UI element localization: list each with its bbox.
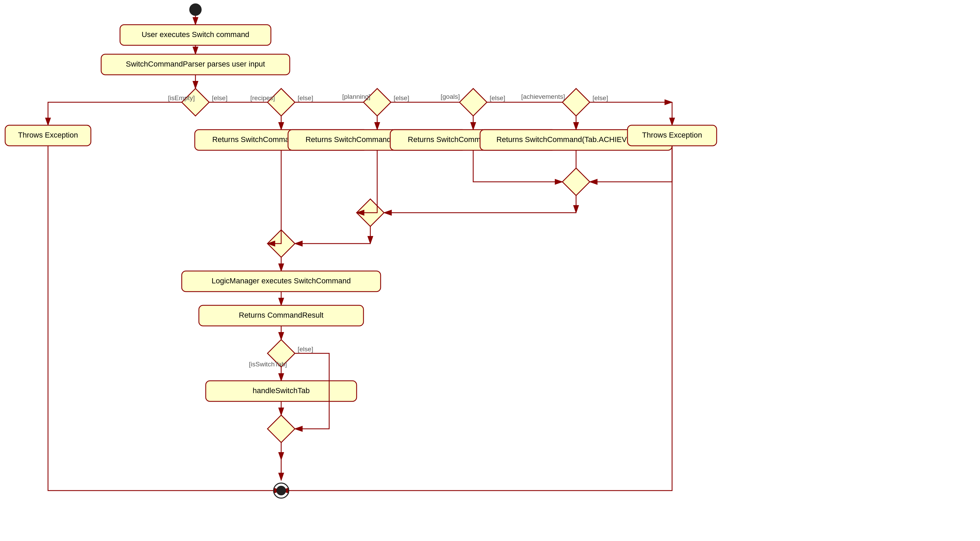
merge-end-diamond [267, 415, 295, 442]
diamond-planning [363, 88, 391, 116]
start-node [189, 3, 202, 16]
label-handle-switch: handleSwitchTab [253, 386, 310, 395]
label-recipes: [recipes] [250, 94, 275, 102]
label-logic-manager: LogicManager executes SwitchCommand [212, 276, 351, 285]
label-else4: [else] [490, 94, 505, 102]
arrow-d1-throws-left [48, 102, 182, 125]
label-isswitchtab: [isSwitchTab] [249, 361, 287, 368]
end-node-inner [276, 486, 286, 495]
arrow-goals-to-merge1 [473, 150, 562, 182]
merge1-diamond [562, 168, 590, 196]
diamond-goals [460, 88, 487, 116]
label-planning: [planning] [342, 93, 370, 100]
diamond-recipes [267, 88, 295, 116]
label-else1: [else] [212, 94, 228, 102]
label-else6: [else] [298, 345, 313, 353]
label-parser: SwitchCommandParser parses user input [126, 60, 265, 68]
label-isempty: [isEmpty] [168, 94, 195, 102]
label-achievements: [achievements] [521, 93, 565, 100]
label-else3: [else] [394, 94, 409, 102]
arrow-throws-right-to-merge1 [590, 146, 672, 182]
label-throws-left: Throws Exception [18, 131, 78, 139]
label-throws-right: Throws Exception [642, 131, 702, 139]
label-user-executes: User executes Switch command [142, 30, 249, 39]
diamond-achievements [562, 88, 590, 116]
label-else5: [else] [592, 94, 608, 102]
label-goals: [goals] [441, 93, 460, 100]
diamond-isempty [182, 88, 209, 116]
label-returns-command: Returns CommandResult [239, 311, 324, 319]
arrow-recipes-to-merge3 [267, 150, 281, 244]
diagram-container: User executes Switch command SwitchComma… [0, 0, 980, 541]
activity-diagram: User executes Switch command SwitchComma… [0, 0, 980, 541]
label-else2: [else] [298, 94, 313, 102]
